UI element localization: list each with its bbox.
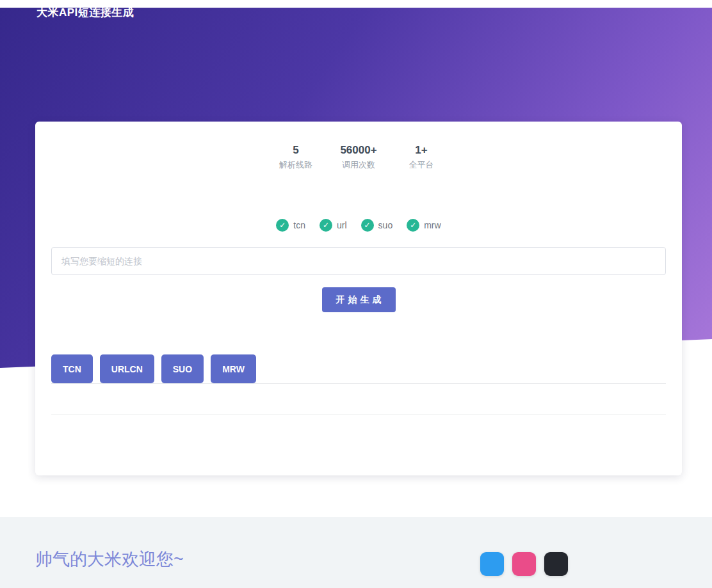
stats-row: 5 解析线路 56000+ 调用次数 1+ 全平台 [51, 122, 666, 171]
footer-greeting: 帅气的大米欢迎您~ [35, 549, 184, 569]
check-circle-icon: ✓ [320, 219, 332, 232]
social-blue-square-icon[interactable] [480, 552, 504, 576]
social-pink-square-icon[interactable] [512, 552, 536, 576]
social-black-square-icon[interactable] [544, 552, 568, 576]
stat-label: 调用次数 [333, 159, 384, 171]
stat-label: 解析线路 [270, 159, 321, 171]
tab-suo[interactable]: SUO [161, 354, 204, 383]
url-input[interactable] [51, 247, 666, 275]
tab-urlcn[interactable]: URLCN [100, 354, 154, 383]
provider-url: ✓ url [320, 219, 347, 232]
generate-button[interactable]: 开始生成 [322, 287, 396, 312]
stat-value: 5 [270, 143, 321, 157]
result-tabs: TCN URLCN SUO MRW [51, 354, 666, 384]
provider-label: mrw [424, 220, 441, 230]
stat-value: 56000+ [333, 143, 384, 157]
provider-label: url [337, 220, 347, 230]
stat-calls: 56000+ 调用次数 [333, 143, 384, 171]
check-circle-icon: ✓ [407, 219, 419, 232]
provider-mrw: ✓ mrw [407, 219, 441, 232]
result-divider [51, 414, 666, 415]
generator-card: 5 解析线路 56000+ 调用次数 1+ 全平台 ✓ tcn ✓ url ✓ … [35, 122, 682, 475]
provider-label: tcn [293, 220, 305, 230]
stat-lines: 5 解析线路 [270, 143, 321, 171]
provider-label: suo [378, 220, 393, 230]
check-circle-icon: ✓ [276, 219, 289, 232]
provider-suo: ✓ suo [361, 219, 393, 232]
page-title: 大米API短连接生成 [36, 5, 134, 20]
social-links-row [480, 552, 568, 576]
stat-label: 全平台 [396, 159, 447, 171]
footer: 帅气的大米欢迎您~ [0, 517, 712, 588]
check-circle-icon: ✓ [361, 219, 374, 232]
stat-value: 1+ [396, 143, 447, 157]
tab-mrw[interactable]: MRW [211, 354, 256, 383]
stat-platforms: 1+ 全平台 [396, 143, 447, 171]
provider-tcn: ✓ tcn [276, 219, 305, 232]
tab-tcn[interactable]: TCN [51, 354, 93, 383]
providers-row: ✓ tcn ✓ url ✓ suo ✓ mrw [51, 219, 666, 232]
button-row: 开始生成 [51, 287, 666, 312]
